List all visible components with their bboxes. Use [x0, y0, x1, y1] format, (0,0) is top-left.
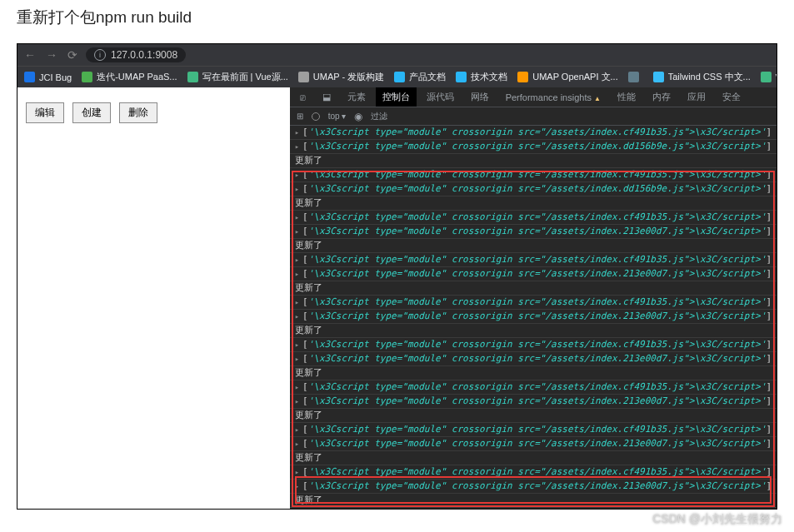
expand-arrow-icon[interactable]: ▸ [295, 480, 299, 493]
expand-arrow-icon[interactable]: ▸ [295, 437, 299, 450]
expand-arrow-icon[interactable]: ▸ [295, 380, 299, 394]
console-log-line: ▸['\x3Cscript type="module" crossorigin … [290, 380, 777, 395]
reload-icon[interactable]: ⟳ [67, 48, 77, 62]
bookmark-label: 技术文档 [471, 71, 507, 83]
bookmark-item[interactable]: UMAP OpenAPI 文... [517, 71, 618, 83]
bookmark-label: 产品文档 [409, 71, 446, 83]
script-string: '\x3Cscript type="module" crossorigin sr… [308, 310, 767, 323]
console-log-line: ▸['\x3Cscript type="module" crossorigin … [290, 225, 777, 239]
bookmark-label: UMAP OpenAPI 文... [532, 71, 618, 83]
tab-application[interactable]: 应用 [681, 87, 712, 107]
site-info-icon[interactable]: i [94, 49, 106, 61]
console-message: 更新了 [290, 239, 777, 253]
console-message: 更新了 [290, 366, 777, 380]
context-selector[interactable]: top ▾ [328, 112, 347, 121]
console-log-line: ▸['\x3Cscript type="module" crossorigin … [290, 437, 777, 451]
script-string: '\x3Cscript type="module" crossorigin sr… [308, 465, 767, 479]
script-string: '\x3Cscript type="module" crossorigin sr… [308, 338, 767, 351]
expand-arrow-icon[interactable]: ▸ [295, 352, 299, 365]
tab-security[interactable]: 安全 [716, 87, 747, 107]
expand-arrow-icon[interactable]: ▸ [295, 182, 299, 196]
tab-elements[interactable]: 元素 [341, 87, 372, 107]
bookmark-item[interactable]: Vue.js [761, 72, 777, 82]
bookmark-item[interactable]: UMAP - 发版构建 [298, 71, 384, 83]
expand-arrow-icon[interactable]: ▸ [295, 338, 299, 351]
script-string: '\x3Cscript type="module" crossorigin sr… [308, 168, 767, 181]
bookmark-favicon [653, 72, 664, 82]
url-bar: ← → ⟳ i 127.0.0.1:9008 [17, 44, 777, 66]
expand-arrow-icon[interactable]: ▸ [295, 253, 299, 266]
bookmark-favicon [298, 72, 309, 82]
device-icon[interactable]: ⬓ [316, 88, 337, 106]
console-message: 更新了 [290, 196, 777, 211]
inspect-icon[interactable]: ⎚ [293, 89, 312, 106]
expand-arrow-icon[interactable]: ▸ [295, 296, 299, 309]
expand-arrow-icon[interactable]: ▸ [295, 465, 299, 479]
tab-network[interactable]: 网络 [464, 87, 496, 107]
expand-arrow-icon[interactable]: ▸ [295, 395, 299, 408]
tab-sources[interactable]: 源代码 [420, 87, 461, 107]
console-output[interactable]: ▸['\x3Cscript type="module" crossorigin … [290, 126, 777, 509]
script-string: '\x3Cscript type="module" crossorigin sr… [308, 423, 767, 436]
tab-memory[interactable]: 内存 [646, 87, 677, 107]
context-icon[interactable]: ⊞ [297, 112, 303, 121]
console-log-line: ▸['\x3Cscript type="module" crossorigin … [290, 182, 777, 196]
expand-arrow-icon[interactable]: ▸ [295, 423, 299, 436]
console-message: 更新了 [290, 281, 777, 296]
console-log-line: ▸['\x3Cscript type="module" crossorigin … [290, 352, 777, 366]
back-icon[interactable]: ← [24, 48, 36, 62]
console-filter-bar: ⊞ top ▾ ◉ 过滤 [290, 107, 777, 126]
script-string: '\x3Cscript type="module" crossorigin sr… [308, 211, 767, 224]
bookmark-item[interactable]: 产品文档 [394, 71, 446, 83]
expand-arrow-icon[interactable]: ▸ [295, 126, 299, 139]
bookmark-item[interactable] [628, 72, 643, 82]
bookmark-label: JCI Bug [39, 72, 72, 82]
expand-arrow-icon[interactable]: ▸ [295, 267, 299, 281]
address-field[interactable]: i 127.0.0.1:9008 [86, 47, 186, 62]
forward-icon[interactable]: → [46, 48, 57, 62]
console-message: 更新了 [290, 154, 777, 168]
script-string: '\x3Cscript type="module" crossorigin sr… [308, 352, 767, 365]
script-string: '\x3Cscript type="module" crossorigin sr… [308, 182, 767, 196]
expand-arrow-icon[interactable]: ▸ [295, 211, 299, 224]
expand-arrow-icon[interactable]: ▸ [295, 140, 299, 153]
bookmark-label: Tailwind CSS 中文... [668, 71, 751, 83]
expand-arrow-icon[interactable]: ▸ [295, 225, 299, 238]
watermark: CSDN @小刘先生很努力 [652, 512, 782, 527]
expand-arrow-icon[interactable]: ▸ [295, 310, 299, 323]
console-log-line: ▸['\x3Cscript type="module" crossorigin … [290, 480, 777, 494]
devtools-panel: ⎚ ⬓ 元素 控制台 源代码 网络 Performance insights 性… [290, 87, 777, 509]
script-string: '\x3Cscript type="module" crossorigin sr… [308, 395, 767, 408]
clear-icon[interactable] [312, 112, 320, 121]
content-area: 编辑 创建 删除 ⎚ ⬓ 元素 控制台 源代码 网络 Performance i… [17, 87, 777, 509]
script-string: '\x3Cscript type="module" crossorigin sr… [308, 296, 767, 309]
url-text: 127.0.0.1:9008 [111, 49, 177, 61]
console-log-line: ▸['\x3Cscript type="module" crossorigin … [290, 296, 777, 310]
bookmark-label: 写在最前面 | Vue源... [202, 71, 288, 83]
expand-arrow-icon[interactable]: ▸ [295, 168, 299, 181]
filter-label: 过滤 [371, 111, 387, 122]
button-group: 编辑 创建 删除 [26, 102, 282, 123]
script-string: '\x3Cscript type="module" crossorigin sr… [308, 253, 767, 266]
script-string: '\x3Cscript type="module" crossorigin sr… [308, 267, 767, 281]
delete-button[interactable]: 删除 [119, 102, 157, 123]
bookmark-favicon [82, 72, 92, 82]
bookmark-favicon [394, 72, 405, 82]
tab-perf-insights[interactable]: Performance insights [499, 89, 607, 106]
create-button[interactable]: 创建 [72, 102, 111, 123]
console-log-line: ▸['\x3Cscript type="module" crossorigin … [290, 267, 777, 281]
live-expr-icon[interactable]: ◉ [354, 111, 362, 122]
bookmark-favicon [187, 72, 198, 82]
edit-button[interactable]: 编辑 [26, 102, 64, 123]
expand-arrow-icon[interactable]: ▸ [295, 508, 299, 509]
bookmark-item[interactable]: 写在最前面 | Vue源... [187, 71, 288, 83]
bookmark-item[interactable]: Tailwind CSS 中文... [653, 71, 751, 83]
console-message: 更新了 [290, 494, 777, 508]
page-content: 编辑 创建 删除 [17, 87, 290, 509]
bookmark-favicon [761, 72, 772, 82]
bookmark-item[interactable]: 技术文档 [456, 71, 507, 83]
tab-performance[interactable]: 性能 [611, 87, 642, 107]
bookmark-item[interactable]: 迭代-UMAP PaaS... [82, 71, 177, 83]
bookmark-item[interactable]: JCI Bug [24, 72, 72, 82]
tab-console[interactable]: 控制台 [376, 87, 417, 107]
